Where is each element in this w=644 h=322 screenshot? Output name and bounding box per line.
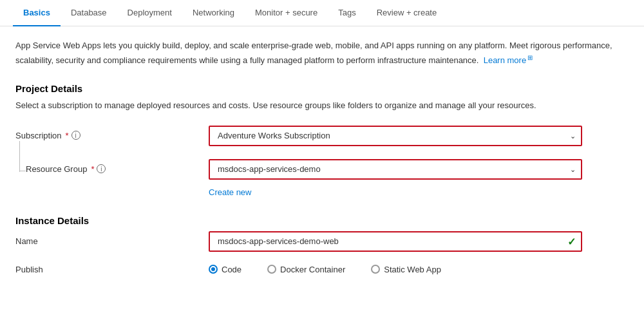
resource-group-label: Resource Group * i xyxy=(26,159,106,174)
publish-label: Publish xyxy=(15,260,196,274)
subscription-label-group: Subscription * i xyxy=(15,126,209,140)
valid-check-icon: ✓ xyxy=(567,235,576,247)
subscription-value: Adventure Works Subscription xyxy=(218,131,330,140)
project-details-description: Select a subscription to manage deployed… xyxy=(15,99,629,113)
instance-details-section: Instance Details Name ✓ Publish xyxy=(15,215,629,279)
resource-group-control: msdocs-app-services-demo ⌄ Create new xyxy=(209,159,582,197)
subscription-required: * xyxy=(66,131,69,140)
tab-deployment[interactable]: Deployment xyxy=(117,0,182,26)
radio-static-circle xyxy=(371,265,380,274)
name-label: Name xyxy=(15,231,196,246)
subscription-label: Subscription * i xyxy=(15,126,196,140)
app-description: App Service Web Apps lets you quickly bu… xyxy=(15,39,629,68)
subscription-dropdown[interactable]: Adventure Works Subscription xyxy=(209,126,582,146)
learn-more-link[interactable]: Learn more⊞ xyxy=(484,55,533,65)
publish-radio-group: Code Docker Container Static Web App xyxy=(209,265,582,279)
resource-group-row: Resource Group * i msdocs-app-services-d… xyxy=(15,159,629,197)
resource-group-label-group: Resource Group * i xyxy=(15,159,209,174)
tab-monitor[interactable]: Monitor + secure xyxy=(245,0,328,26)
publish-option-static[interactable]: Static Web App xyxy=(371,265,441,274)
subscription-control: Adventure Works Subscription ⌄ xyxy=(209,126,582,151)
tab-database[interactable]: Database xyxy=(61,0,117,26)
tab-networking[interactable]: Networking xyxy=(182,0,245,26)
resource-group-dropdown-wrapper: msdocs-app-services-demo ⌄ xyxy=(209,159,582,180)
resource-group-required: * xyxy=(91,164,94,174)
project-details-section: Project Details Select a subscription to… xyxy=(15,83,629,197)
resource-group-value: msdocs-app-services-demo xyxy=(218,164,321,174)
subscription-row: Subscription * i Adventure Works Subscri… xyxy=(15,126,629,151)
name-input[interactable] xyxy=(209,231,582,252)
name-label-group: Name xyxy=(15,231,209,246)
publish-option-docker[interactable]: Docker Container xyxy=(267,265,345,274)
subscription-dropdown-wrapper: Adventure Works Subscription ⌄ xyxy=(209,126,582,146)
name-control: ✓ xyxy=(209,231,582,252)
name-row: Name ✓ xyxy=(15,231,629,252)
publish-label-group: Publish xyxy=(15,260,209,274)
publish-control: Code Docker Container Static Web App xyxy=(209,260,582,279)
project-details-title: Project Details xyxy=(15,83,629,94)
subscription-info-icon[interactable]: i xyxy=(71,131,80,140)
publish-row: Publish Code Docker Container Static W xyxy=(15,260,629,279)
tab-review[interactable]: Review + create xyxy=(366,0,448,26)
create-new-link[interactable]: Create new xyxy=(209,187,251,197)
instance-details-title: Instance Details xyxy=(15,215,629,226)
resource-group-dropdown[interactable]: msdocs-app-services-demo xyxy=(209,159,582,180)
name-input-wrapper: ✓ xyxy=(209,231,582,252)
resource-group-info-icon[interactable]: i xyxy=(97,164,106,173)
radio-docker-circle xyxy=(267,265,276,274)
publish-option-code[interactable]: Code xyxy=(209,265,242,274)
tab-navigation: Basics Database Deployment Networking Mo… xyxy=(0,0,644,26)
tab-tags[interactable]: Tags xyxy=(328,0,366,26)
radio-code-circle xyxy=(209,265,218,274)
tab-basics[interactable]: Basics xyxy=(13,0,61,26)
main-content: App Service Web Apps lets you quickly bu… xyxy=(0,26,644,310)
external-link-icon: ⊞ xyxy=(527,54,533,61)
